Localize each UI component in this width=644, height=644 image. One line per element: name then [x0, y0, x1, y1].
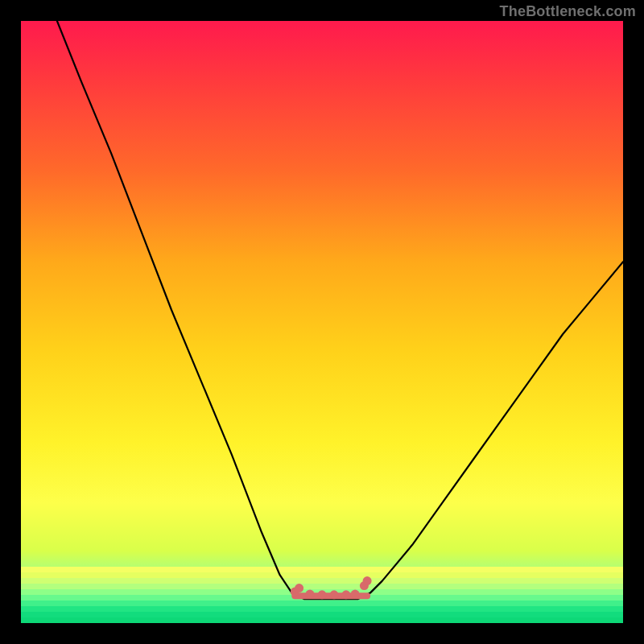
svg-point-3: [318, 590, 327, 599]
plot-area: [21, 21, 623, 623]
svg-point-2: [306, 590, 315, 599]
svg-point-1: [295, 584, 303, 592]
bottleneck-curve: [57, 21, 623, 599]
chart-stage: TheBottleneck.com: [0, 0, 644, 644]
svg-point-6: [351, 590, 360, 599]
optimal-range-marker: [291, 576, 372, 599]
svg-point-8: [363, 576, 372, 585]
watermark-text: TheBottleneck.com: [500, 3, 636, 20]
svg-point-5: [341, 590, 350, 599]
svg-point-4: [330, 590, 339, 599]
curve-layer: [21, 21, 623, 623]
